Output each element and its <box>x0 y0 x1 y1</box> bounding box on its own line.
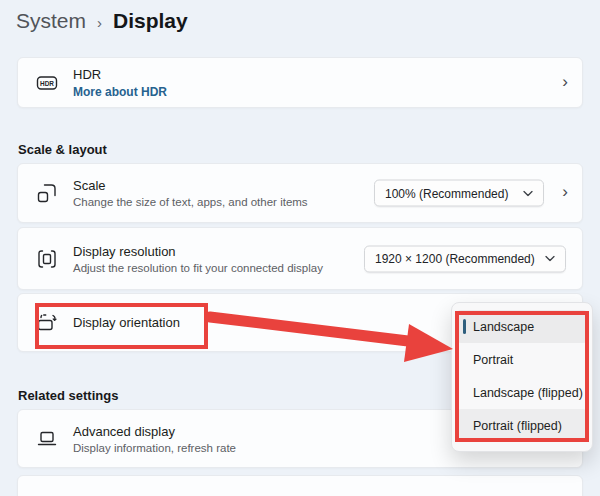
scale-select-value: 100% (Recommended) <box>385 186 508 200</box>
scale-select[interactable]: 100% (Recommended) <box>374 180 544 207</box>
orientation-option-landscape[interactable]: Landscape <box>457 310 587 343</box>
resolution-select-value: 1920 × 1200 (Recommended) <box>375 252 535 266</box>
hdr-card[interactable]: HDR HDR More about HDR › <box>17 57 583 108</box>
advanced-title: Advanced display <box>73 424 236 439</box>
hdr-icon: HDR <box>36 72 58 94</box>
chevron-right-icon: › <box>562 73 568 90</box>
advanced-subtitle: Display information, refresh rate <box>73 442 236 454</box>
breadcrumb-system[interactable]: System <box>16 9 86 33</box>
breadcrumb-separator-icon: › <box>86 12 113 31</box>
scale-card[interactable]: Scale Change the size of text, apps, and… <box>17 163 583 223</box>
chevron-right-icon: › <box>562 183 568 200</box>
orientation-dropdown-flyout: Landscape Portrait Landscape (flipped) P… <box>451 302 593 452</box>
scale-icon <box>36 182 58 204</box>
chevron-down-icon <box>545 256 555 262</box>
partial-card[interactable] <box>17 475 583 496</box>
laptop-icon <box>36 428 58 450</box>
scale-subtitle: Change the size of text, apps, and other… <box>73 196 308 208</box>
resolution-subtitle: Adjust the resolution to fit your connec… <box>73 262 323 274</box>
section-scale-layout: Scale & layout <box>18 142 107 157</box>
orientation-title: Display orientation <box>73 315 180 330</box>
svg-text:HDR: HDR <box>40 79 54 86</box>
orientation-option-landscape-flipped[interactable]: Landscape (flipped) <box>457 376 587 409</box>
orientation-icon <box>36 312 58 334</box>
selected-accent-bar <box>463 319 466 334</box>
breadcrumb: System › Display <box>16 9 188 33</box>
display-resolution-card[interactable]: Display resolution Adjust the resolution… <box>17 227 583 290</box>
hdr-title: HDR <box>73 67 167 82</box>
page-title: Display <box>113 9 188 33</box>
hdr-more-link[interactable]: More about HDR <box>73 85 167 99</box>
resolution-icon <box>36 248 58 270</box>
scale-title: Scale <box>73 178 308 193</box>
chevron-down-icon <box>523 190 533 196</box>
resolution-select[interactable]: 1920 × 1200 (Recommended) <box>364 245 566 272</box>
section-related-settings: Related settings <box>18 388 118 403</box>
orientation-option-portrait[interactable]: Portrait <box>457 343 587 376</box>
resolution-title: Display resolution <box>73 244 323 259</box>
orientation-option-portrait-flipped[interactable]: Portrait (flipped) <box>457 409 587 442</box>
